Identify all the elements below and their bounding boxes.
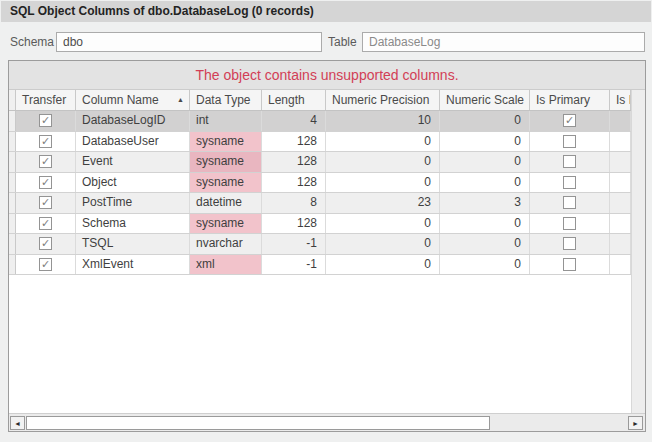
length-cell[interactable]: 128	[262, 132, 326, 152]
schema-input[interactable]	[56, 32, 322, 52]
table-row[interactable]: ✓XmlEventxml-100	[9, 255, 631, 276]
columns-grid: The object contains unsupported columns.…	[8, 60, 646, 432]
table-row[interactable]: ✓TSQLnvarchar-100	[9, 234, 631, 255]
transfer-cell: ✓	[16, 132, 76, 152]
transfer-checkbox[interactable]: ✓	[39, 196, 52, 209]
scroll-left-button[interactable]: ◄	[10, 416, 25, 430]
is-foreign-cell[interactable]	[610, 193, 631, 213]
horizontal-scrollbar[interactable]: ◄ ►	[9, 413, 645, 431]
data-type-cell[interactable]: sysname	[190, 152, 262, 172]
is-foreign-cell[interactable]	[610, 111, 631, 131]
numeric-precision-cell[interactable]: 10	[326, 111, 440, 131]
is-primary-checkbox[interactable]	[563, 217, 576, 230]
numeric-scale-cell[interactable]: 0	[440, 111, 530, 131]
length-cell[interactable]: 4	[262, 111, 326, 131]
table-row[interactable]: ✓PostTimedatetime8233	[9, 193, 631, 214]
is-foreign-cell[interactable]	[610, 173, 631, 193]
column-header-is-primary[interactable]: Is Primary	[530, 90, 610, 110]
column-name-cell[interactable]: Event	[76, 152, 190, 172]
is-primary-checkbox[interactable]	[563, 176, 576, 189]
is-foreign-cell[interactable]	[610, 214, 631, 234]
numeric-precision-cell[interactable]: 0	[326, 132, 440, 152]
grid-header-row: Transfer Column Name ▲ Data Type Length …	[9, 90, 631, 111]
table-row[interactable]: ✓DatabaseLogIDint4100✓	[9, 111, 631, 132]
header-indicator-cell	[9, 90, 16, 110]
numeric-precision-cell[interactable]: 0	[326, 255, 440, 275]
row-indicator	[9, 111, 16, 131]
column-name-cell[interactable]: DatabaseUser	[76, 132, 190, 152]
length-cell[interactable]: -1	[262, 255, 326, 275]
column-header-length[interactable]: Length	[262, 90, 326, 110]
transfer-cell: ✓	[16, 173, 76, 193]
data-type-cell[interactable]: sysname	[190, 132, 262, 152]
column-name-cell[interactable]: PostTime	[76, 193, 190, 213]
numeric-scale-cell[interactable]: 0	[440, 173, 530, 193]
numeric-precision-cell[interactable]: 23	[326, 193, 440, 213]
horizontal-scrollbar-thumb[interactable]	[26, 416, 490, 430]
numeric-scale-cell[interactable]: 3	[440, 193, 530, 213]
is-primary-checkbox[interactable]: ✓	[563, 114, 576, 127]
is-primary-cell	[530, 255, 610, 275]
numeric-scale-cell[interactable]: 0	[440, 214, 530, 234]
is-foreign-cell[interactable]	[610, 255, 631, 275]
is-primary-checkbox[interactable]	[563, 135, 576, 148]
length-cell[interactable]: -1	[262, 234, 326, 254]
scroll-right-button[interactable]: ►	[628, 416, 643, 430]
numeric-precision-cell[interactable]: 0	[326, 234, 440, 254]
column-header-column-name[interactable]: Column Name ▲	[76, 90, 190, 110]
transfer-cell: ✓	[16, 214, 76, 234]
data-type-cell[interactable]: sysname	[190, 173, 262, 193]
length-cell[interactable]: 128	[262, 214, 326, 234]
numeric-precision-cell[interactable]: 0	[326, 173, 440, 193]
column-name-cell[interactable]: Schema	[76, 214, 190, 234]
column-name-cell[interactable]: DatabaseLogID	[76, 111, 190, 131]
numeric-precision-cell[interactable]: 0	[326, 152, 440, 172]
is-foreign-cell[interactable]	[610, 132, 631, 152]
data-type-cell[interactable]: sysname	[190, 214, 262, 234]
table-input[interactable]	[362, 32, 645, 52]
data-type-cell[interactable]: datetime	[190, 193, 262, 213]
length-cell[interactable]: 128	[262, 173, 326, 193]
table-row[interactable]: ✓DatabaseUsersysname12800	[9, 132, 631, 153]
transfer-checkbox[interactable]: ✓	[39, 176, 52, 189]
transfer-checkbox[interactable]: ✓	[39, 217, 52, 230]
length-cell[interactable]: 8	[262, 193, 326, 213]
transfer-checkbox[interactable]: ✓	[39, 237, 52, 250]
column-name-cell[interactable]: XmlEvent	[76, 255, 190, 275]
transfer-checkbox[interactable]: ✓	[39, 114, 52, 127]
is-foreign-cell[interactable]	[610, 234, 631, 254]
length-cell[interactable]: 128	[262, 152, 326, 172]
is-primary-checkbox[interactable]	[563, 237, 576, 250]
is-primary-cell	[530, 234, 610, 254]
is-primary-checkbox[interactable]	[563, 196, 576, 209]
column-name-cell[interactable]: TSQL	[76, 234, 190, 254]
table-row[interactable]: ✓Schemasysname12800	[9, 214, 631, 235]
transfer-checkbox[interactable]: ✓	[39, 135, 52, 148]
data-type-cell[interactable]: nvarchar	[190, 234, 262, 254]
transfer-checkbox[interactable]: ✓	[39, 258, 52, 271]
numeric-scale-cell[interactable]: 0	[440, 152, 530, 172]
numeric-scale-cell[interactable]: 0	[440, 234, 530, 254]
data-type-cell[interactable]: int	[190, 111, 262, 131]
column-header-is-foreign[interactable]: Is Fore	[610, 90, 631, 110]
column-header-numeric-precision[interactable]: Numeric Precision	[326, 90, 440, 110]
is-primary-checkbox[interactable]	[563, 258, 576, 271]
data-type-cell[interactable]: xml	[190, 255, 262, 275]
transfer-cell: ✓	[16, 111, 76, 131]
column-header-numeric-scale[interactable]: Numeric Scale	[440, 90, 530, 110]
table-row[interactable]: ✓Eventsysname12800	[9, 152, 631, 173]
column-header-transfer[interactable]: Transfer	[16, 90, 76, 110]
column-header-data-type[interactable]: Data Type	[190, 90, 262, 110]
transfer-cell: ✓	[16, 152, 76, 172]
numeric-scale-cell[interactable]: 0	[440, 255, 530, 275]
table-row[interactable]: ✓Objectsysname12800	[9, 173, 631, 194]
is-foreign-cell[interactable]	[610, 152, 631, 172]
unsupported-columns-warning: The object contains unsupported columns.	[9, 61, 645, 90]
vertical-scrollbar[interactable]	[631, 90, 645, 413]
is-primary-checkbox[interactable]	[563, 155, 576, 168]
transfer-checkbox[interactable]: ✓	[39, 155, 52, 168]
numeric-scale-cell[interactable]: 0	[440, 132, 530, 152]
column-name-cell[interactable]: Object	[76, 173, 190, 193]
numeric-precision-cell[interactable]: 0	[326, 214, 440, 234]
row-indicator	[9, 255, 16, 275]
